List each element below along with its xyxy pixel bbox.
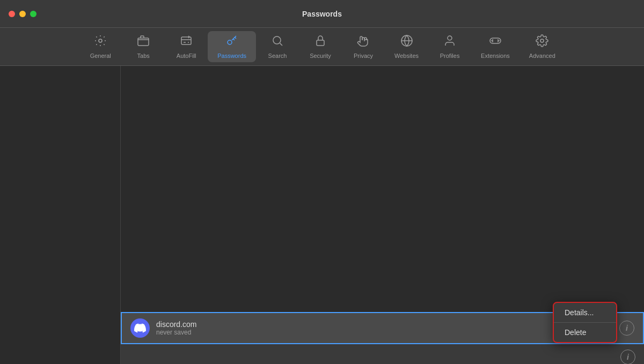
tab-tabs[interactable]: Tabs: [122, 31, 165, 62]
tab-security[interactable]: Security: [299, 31, 342, 62]
tab-general-label: General: [90, 53, 111, 59]
minimize-button[interactable]: [19, 11, 26, 17]
toolbar: General Tabs AutoFill P: [0, 28, 644, 66]
password-status: never saved: [156, 329, 619, 336]
tab-extensions[interactable]: Extensions: [471, 31, 519, 62]
main-content: discord.com never saved i i Details... D…: [0, 66, 644, 364]
gear-advanced-icon: [536, 34, 548, 50]
password-info: discord.com never saved: [156, 320, 619, 336]
content-area: discord.com never saved i i Details... D…: [121, 66, 644, 364]
tab-privacy-label: Privacy: [354, 53, 373, 59]
info-button-2[interactable]: i: [620, 350, 635, 364]
tab-profiles[interactable]: Profiles: [428, 31, 471, 62]
tab-websites[interactable]: Websites: [385, 31, 428, 62]
tab-autofill[interactable]: AutoFill: [165, 31, 208, 62]
svg-point-0: [99, 39, 102, 42]
key-icon: [225, 34, 238, 50]
tab-search[interactable]: Search: [256, 31, 299, 62]
tab-passwords[interactable]: Passwords: [208, 31, 256, 62]
autofill-icon: [180, 34, 193, 50]
tab-autofill-label: AutoFill: [177, 53, 196, 59]
search-icon: [271, 34, 284, 50]
extensions-icon: [489, 34, 502, 50]
window-title: Passwords: [302, 10, 342, 18]
svg-point-4: [273, 36, 281, 44]
hand-icon: [357, 34, 370, 50]
tab-extensions-label: Extensions: [481, 53, 510, 59]
lock-icon: [314, 34, 327, 50]
tab-advanced-label: Advanced: [529, 53, 555, 59]
tab-privacy[interactable]: Privacy: [342, 31, 385, 62]
password-site: discord.com: [156, 320, 619, 329]
maximize-button[interactable]: [30, 11, 36, 17]
tab-tabs-label: Tabs: [137, 53, 150, 59]
context-menu-delete[interactable]: Delete: [554, 323, 616, 342]
gear-icon: [94, 34, 107, 50]
svg-point-8: [540, 39, 544, 42]
svg-rect-2: [181, 37, 191, 44]
tabs-icon: [137, 34, 150, 50]
close-button[interactable]: [9, 11, 15, 17]
person-icon: [443, 34, 456, 50]
tab-websites-label: Websites: [394, 53, 419, 59]
window-controls: [9, 11, 36, 17]
password-row-2[interactable]: i: [121, 344, 644, 364]
globe-icon: [400, 34, 413, 50]
info-icon-2: i: [627, 353, 629, 361]
tab-search-label: Search: [268, 53, 287, 59]
svg-point-7: [448, 36, 452, 40]
svg-rect-5: [317, 40, 324, 46]
svg-point-3: [228, 40, 232, 44]
tab-profiles-label: Profiles: [440, 53, 460, 59]
tab-general[interactable]: General: [79, 31, 122, 62]
discord-favicon: [130, 318, 150, 338]
context-menu: Details... Delete: [553, 302, 617, 343]
titlebar: Passwords: [0, 0, 644, 28]
info-button[interactable]: i: [619, 321, 634, 336]
tab-security-label: Security: [310, 53, 331, 59]
context-menu-details[interactable]: Details...: [554, 303, 616, 322]
info-icon: i: [626, 324, 628, 332]
sidebar: [0, 66, 121, 364]
svg-rect-1: [138, 38, 149, 46]
tab-passwords-label: Passwords: [217, 53, 246, 59]
tab-advanced[interactable]: Advanced: [519, 31, 565, 62]
